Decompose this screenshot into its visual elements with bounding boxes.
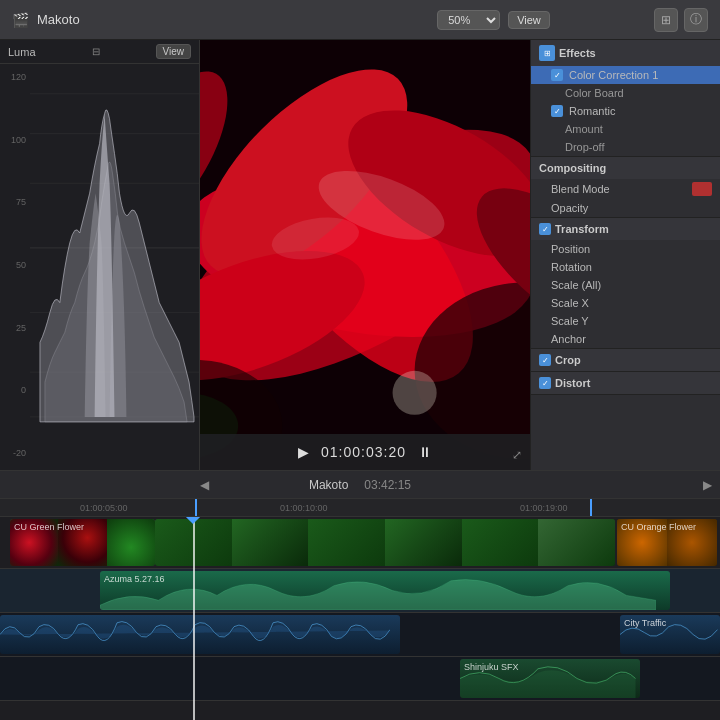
dropoff-row[interactable]: Drop-off: [531, 138, 720, 156]
top-bar-center: 50% 100% View: [333, 10, 654, 30]
video-track-1[interactable]: CU Green Flower CU Orange: [0, 517, 720, 569]
grid-view-button[interactable]: ⊞: [654, 8, 678, 32]
inspector-panel: ⊞ Effects ✓ Color Correction 1 Color Boa…: [530, 40, 720, 470]
scale-x-row[interactable]: Scale X: [531, 294, 720, 312]
waveform-header: Luma ⊟ View: [0, 40, 199, 64]
distort-section-header: ✓ Distort: [531, 372, 720, 394]
timeline-header: ◀ Makoto 03:42:15 ▶: [0, 471, 720, 499]
dropoff-label: Drop-off: [565, 141, 605, 153]
cu-green-flower-clip[interactable]: CU Green Flower: [10, 519, 155, 566]
timeline-nav-right[interactable]: ▶: [703, 478, 712, 492]
ruler-mark-3: 01:00:19:00: [520, 503, 568, 513]
opacity-label: Opacity: [551, 202, 588, 214]
preview-controls: ▶ 01:00:03:20 ⏸ ⤢: [200, 434, 530, 470]
romantic-label: Romantic: [569, 105, 615, 117]
cu-orange-flower-clip[interactable]: CU Orange Flower: [617, 519, 717, 566]
effects-section-header: ⊞ Effects: [531, 40, 720, 66]
azuma-clip[interactable]: Azuma 5.27.16: [100, 571, 670, 610]
y-label-120: 120: [4, 72, 26, 82]
waveform-view-button[interactable]: View: [156, 44, 192, 59]
fullscreen-button[interactable]: ⤢: [512, 448, 522, 462]
timeline-duration: 03:42:15: [364, 478, 411, 492]
play-button[interactable]: ▶: [298, 444, 309, 460]
scale-y-row[interactable]: Scale Y: [531, 312, 720, 330]
zoom-select[interactable]: 50% 100%: [437, 10, 500, 30]
teal-clip-wave: [100, 571, 656, 610]
transform-checkbox[interactable]: ✓: [539, 223, 551, 235]
waveform-panel: Luma ⊟ View 120 100 75 50 25 0 -20: [0, 40, 200, 470]
compositing-title: Compositing: [539, 162, 606, 174]
main-area: Luma ⊟ View 120 100 75 50 25 0 -20: [0, 40, 720, 470]
left-audio-clip[interactable]: [0, 615, 400, 654]
waveform-title: Luma: [8, 46, 36, 58]
audio-track-1[interactable]: City Traffic: [0, 613, 720, 657]
scale-x-label: Scale X: [551, 297, 589, 309]
y-label-100: 100: [4, 135, 26, 145]
scale-y-label: Scale Y: [551, 315, 589, 327]
amount-label: Amount: [565, 123, 603, 135]
left-audio-wave: [0, 615, 390, 654]
waveform-y-axis: 120 100 75 50 25 0 -20: [0, 64, 30, 466]
top-bar: 🎬 Makoto 50% 100% View ⊞ ⓘ: [0, 0, 720, 40]
crop-section-header: ✓ Crop: [531, 349, 720, 371]
distort-checkbox[interactable]: ✓: [539, 377, 551, 389]
distort-title: Distort: [555, 377, 590, 389]
amount-row[interactable]: Amount: [531, 120, 720, 138]
shinjuku-sfx-clip[interactable]: Shinjuku SFX: [460, 659, 640, 698]
anchor-row[interactable]: Anchor: [531, 330, 720, 348]
timeline-tracks: CU Green Flower CU Orange: [0, 517, 720, 720]
audio-track-2[interactable]: Shinjuku SFX: [0, 657, 720, 701]
color-correction-label: Color Correction 1: [569, 69, 658, 81]
top-bar-right: ⊞ ⓘ: [654, 8, 708, 32]
crop-checkbox[interactable]: ✓: [539, 354, 551, 366]
effects-grid-icon[interactable]: ⊞: [539, 45, 555, 61]
playhead: [193, 517, 195, 720]
timeline-area: ◀ Makoto 03:42:15 ▶ 01:00:05:00 01:00:10…: [0, 470, 720, 720]
svg-point-21: [393, 371, 437, 415]
compositing-section-header: Compositing: [531, 157, 720, 179]
effects-title: Effects: [559, 47, 596, 59]
orange-clip-thumbnails: [617, 519, 717, 566]
anchor-label: Anchor: [551, 333, 586, 345]
y-label-50: 50: [4, 260, 26, 270]
middle-clip-thumbnails: [155, 519, 615, 566]
position-label: Position: [551, 243, 590, 255]
opacity-row[interactable]: Opacity: [531, 199, 720, 217]
in-point-marker: [195, 499, 197, 516]
flower-overlay: [200, 40, 530, 470]
rotation-row[interactable]: Rotation: [531, 258, 720, 276]
scale-all-row[interactable]: Scale (All): [531, 276, 720, 294]
timeline-nav-left[interactable]: ◀: [200, 478, 209, 492]
city-traffic-wave: [620, 615, 718, 654]
video-background: [200, 40, 530, 470]
project-title: Makoto: [37, 12, 80, 27]
transform-title: Transform: [555, 223, 609, 235]
romantic-row[interactable]: ✓ Romantic: [531, 102, 720, 120]
rotation-label: Rotation: [551, 261, 592, 273]
color-correction-row[interactable]: ✓ Color Correction 1: [531, 66, 720, 84]
teal-track[interactable]: Azuma 5.27.16: [0, 569, 720, 613]
color-board-label: Color Board: [565, 87, 624, 99]
position-row[interactable]: Position: [531, 240, 720, 258]
out-point-marker: [590, 499, 592, 516]
blend-mode-label: Blend Mode: [551, 183, 610, 195]
color-board-row[interactable]: Color Board: [531, 84, 720, 102]
pause-button[interactable]: ⏸: [418, 444, 432, 460]
city-traffic-clip[interactable]: City Traffic: [620, 615, 720, 654]
color-correction-checkbox[interactable]: ✓: [551, 69, 563, 81]
info-button[interactable]: ⓘ: [684, 8, 708, 32]
ruler-mark-2: 01:00:10:00: [280, 503, 328, 513]
blend-mode-row[interactable]: Blend Mode: [531, 179, 720, 199]
middle-green-clip[interactable]: [155, 519, 615, 566]
y-label-neg20: -20: [4, 448, 26, 458]
waveform-options-icon: ⊟: [92, 46, 100, 57]
waveform-canvas: 120 100 75 50 25 0 -20: [0, 64, 199, 466]
timeline-ruler: 01:00:05:00 01:00:10:00 01:00:19:00: [0, 499, 720, 517]
romantic-checkbox[interactable]: ✓: [551, 105, 563, 117]
y-label-25: 25: [4, 323, 26, 333]
crop-title: Crop: [555, 354, 581, 366]
top-bar-left: 🎬 Makoto: [12, 12, 333, 28]
scale-all-label: Scale (All): [551, 279, 601, 291]
view-button[interactable]: View: [508, 11, 550, 29]
shinjuku-sfx-wave: [460, 659, 636, 698]
